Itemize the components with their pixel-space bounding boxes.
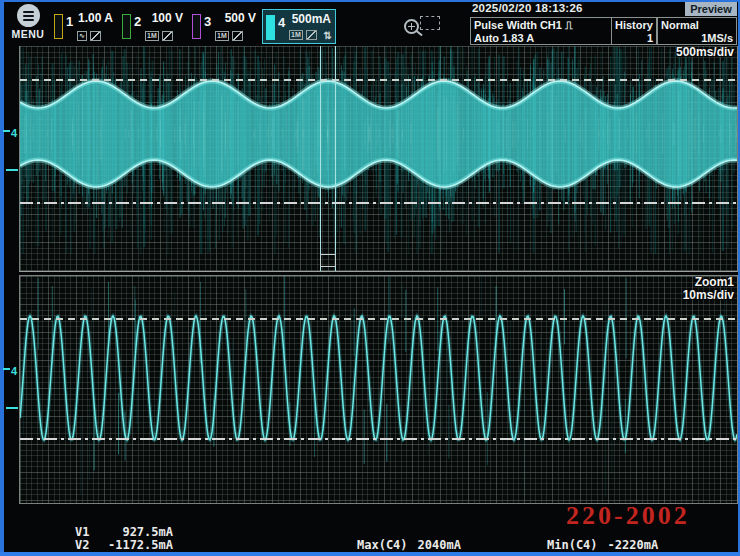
channel4-zero-tick-zoom — [6, 407, 18, 409]
history-label: History — [615, 19, 653, 32]
hamburger-icon — [17, 4, 40, 27]
zoom-region-bracket — [320, 254, 336, 267]
oscilloscope-screen: MENU 1 1.00 A ∿ 2 100 V 1M 3 500 V 1M 4 … — [0, 0, 740, 556]
preview-badge[interactable]: Preview — [685, 2, 737, 16]
datetime: 2025/02/20 18:13:26 — [472, 2, 583, 14]
acquisition-box[interactable]: Normal 1MS/s — [657, 17, 737, 45]
zoom-waveform-window: Zoom1 10ms/div — [19, 275, 738, 504]
offset-arrows-icon: ⇅ — [324, 31, 332, 41]
channel-box-3[interactable]: 3 500 V 1M — [189, 9, 260, 44]
cursor-value-readout: V1927.5mA V2-1172.5mA — [75, 526, 173, 551]
channel-2-scale: 100 V — [152, 11, 183, 25]
frame-left — [0, 0, 4, 556]
channel-4-number: 4 — [278, 15, 285, 30]
zoom-timebase-label: 10ms/div — [683, 289, 734, 302]
pulse-icon: ⎍ — [565, 19, 573, 31]
channel-2-number: 2 — [134, 14, 141, 29]
channel-3-number: 3 — [204, 14, 211, 29]
impedance-icon: 1M — [145, 31, 159, 41]
impedance-icon: 1M — [289, 30, 303, 40]
probe-icon — [232, 31, 243, 41]
cursor-v2-line-zoom[interactable] — [20, 438, 737, 440]
zoom-area-rect-icon — [420, 16, 440, 30]
probe-icon — [306, 30, 317, 40]
menu-button[interactable]: MENU — [6, 4, 50, 40]
channel-1-number: 1 — [66, 14, 73, 29]
zoom-waveform-svg — [20, 276, 737, 502]
channel4-zero-tick-main — [6, 169, 18, 171]
zoom-search-button[interactable] — [401, 15, 441, 42]
max-measure-readout: Max(C4)2040mA — [357, 538, 461, 552]
trigger-type-line: Pulse Width CH1 ⎍ — [474, 19, 608, 32]
channel-3-scale: 500 V — [225, 11, 256, 25]
zoom-region-marker[interactable] — [320, 46, 336, 271]
channel4-position-marker-main[interactable]: 4 — [3, 128, 17, 139]
sample-rate: 1MS/s — [661, 32, 733, 45]
cursor-v1-line-zoom[interactable] — [20, 318, 737, 320]
main-timebase-label: 500ms/div — [676, 46, 734, 59]
impedance-icon: 1M — [215, 31, 229, 41]
history-box[interactable]: History 1 — [611, 17, 657, 45]
trigger-mode-line: Auto 1.83 A — [474, 32, 608, 45]
channel-box-2[interactable]: 2 100 V 1M — [119, 9, 187, 44]
channel-box-1[interactable]: 1 1.00 A ∿ — [51, 9, 117, 44]
acq-mode: Normal — [661, 19, 733, 32]
channel-2-color-bar — [122, 14, 131, 39]
channel4-position-marker-zoom[interactable]: 4 — [3, 366, 17, 377]
v2-readout: V2-1172.5mA — [75, 539, 173, 552]
trigger-info-box[interactable]: Pulse Width CH1 ⎍ Auto 1.83 A — [470, 17, 612, 45]
channel-3-color-bar — [192, 14, 201, 39]
menu-label: MENU — [6, 28, 50, 40]
channel-1-color-bar — [54, 14, 63, 39]
frame-top — [0, 0, 740, 2]
v1-readout: V1927.5mA — [75, 526, 173, 539]
min-measure-readout: Min(C4)-2220mA — [547, 538, 658, 552]
cursor-v1-line[interactable] — [20, 79, 737, 81]
model-number-text: 220-2002 — [566, 501, 690, 531]
probe-icon — [90, 31, 101, 41]
main-waveform-window: 500ms/div — [19, 46, 738, 272]
history-value: 1 — [615, 32, 653, 45]
cursor-v2-line[interactable] — [20, 202, 737, 204]
channel-box-4-selected[interactable]: 4 500mA 1M ⇅ — [262, 9, 336, 44]
channel-4-scale: 500mA — [292, 12, 331, 26]
probe-icon — [162, 31, 173, 41]
frame-bottom — [0, 552, 740, 556]
channel-4-color-bar — [266, 15, 275, 40]
channel-1-scale: 1.00 A — [78, 11, 113, 25]
coupling-icon: ∿ — [77, 31, 87, 41]
